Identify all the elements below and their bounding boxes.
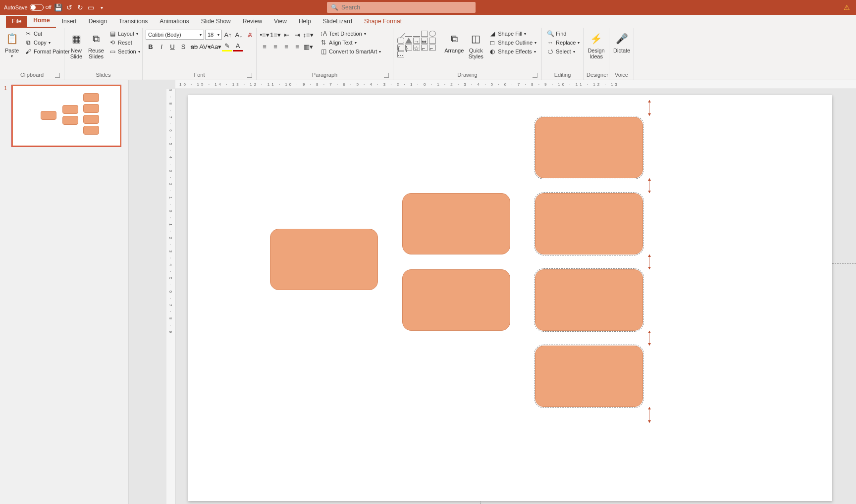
font-name-combo[interactable]: Calibri (Body)▾	[146, 30, 204, 40]
align-right-icon[interactable]: ≡	[281, 42, 291, 51]
shape-oval-icon[interactable]	[429, 31, 436, 37]
text-direction-button[interactable]: ↕AText Direction▾	[318, 30, 383, 38]
shape-brace-icon[interactable]: {	[397, 45, 404, 50]
align-left-icon[interactable]: ≡	[260, 42, 269, 51]
shape-rect-icon[interactable]	[429, 38, 436, 44]
thumbnail-slot[interactable]: 1	[4, 85, 124, 147]
paste-button[interactable]: 📋 Paste ▾	[3, 30, 21, 60]
shape-fill-button[interactable]: ◢Shape Fill▾	[487, 30, 538, 38]
slide-edit-area[interactable]: 16 · 15 · 14 · 13 · 12 · 11 · 10 · 9 · 8…	[129, 80, 856, 504]
convert-smartart-button[interactable]: ◫Convert to SmartArt▾	[318, 48, 383, 55]
tab-slideshow[interactable]: Slide Show	[195, 16, 237, 28]
shape-outline-button[interactable]: ◻Shape Outline▾	[487, 39, 538, 47]
present-from-start-icon[interactable]: ▭	[87, 3, 95, 11]
tab-animations[interactable]: Animations	[154, 16, 195, 28]
slide-thumbnail-panel[interactable]: 1	[0, 80, 129, 504]
warning-icon[interactable]: ⚠	[844, 3, 850, 11]
new-slide-button[interactable]: ▦New Slide	[67, 30, 85, 60]
dialog-launcher-icon[interactable]	[533, 73, 537, 78]
tab-slidelizard[interactable]: SlideLizard	[317, 16, 358, 28]
shape-line-icon[interactable]	[413, 31, 420, 37]
shadow-icon[interactable]: S	[178, 42, 188, 51]
quick-styles-button[interactable]: ◫Quick Styles	[467, 30, 485, 60]
qat-more-icon[interactable]: ▾	[98, 3, 106, 11]
clear-formatting-icon[interactable]: A̷	[245, 30, 255, 40]
dialog-launcher-icon[interactable]	[247, 73, 252, 78]
reset-button[interactable]: ⟲Reset	[107, 39, 142, 47]
design-ideas-button[interactable]: ⚡Design Ideas	[587, 30, 606, 60]
shape-arrow-icon[interactable]: ⇔	[421, 38, 428, 44]
tab-file[interactable]: File	[6, 16, 27, 28]
shape-roundrect-icon[interactable]	[397, 38, 404, 44]
shape-roundrect[interactable]	[402, 269, 510, 331]
increase-indent-icon[interactable]: ⇥	[292, 30, 302, 40]
shape-effects-button[interactable]: ◐Shape Effects▾	[487, 48, 538, 55]
highlight-icon[interactable]: ✎	[222, 42, 232, 51]
tab-transitions[interactable]: Transitions	[113, 16, 154, 28]
font-size-combo[interactable]: 18▾	[205, 30, 222, 40]
slide-canvas[interactable]	[188, 95, 832, 501]
shape-roundrect-selected[interactable]	[535, 269, 643, 331]
dialog-launcher-icon[interactable]	[55, 73, 60, 78]
shape-line-icon[interactable]	[405, 31, 412, 37]
text-direction-icon: ↕A	[320, 30, 327, 37]
select-button[interactable]: ⭯Select▾	[545, 48, 582, 55]
search-input[interactable]	[341, 4, 472, 11]
shape-rect-icon[interactable]	[421, 31, 428, 37]
underline-icon[interactable]: U	[167, 42, 177, 51]
tab-review[interactable]: Review	[237, 16, 268, 28]
search-box[interactable]: 🔍	[327, 2, 476, 13]
undo-icon[interactable]: ↺	[65, 3, 73, 11]
tab-view[interactable]: View	[268, 16, 293, 28]
shape-triangle-icon[interactable]	[405, 38, 412, 44]
replace-button[interactable]: ↔Replace▾	[545, 39, 582, 47]
shape-connector-icon[interactable]: ⌐	[421, 45, 428, 50]
increase-font-icon[interactable]: A↑	[223, 30, 233, 40]
numbering-icon[interactable]: 1≡▾	[270, 30, 280, 40]
reuse-slides-button[interactable]: ⧉Reuse Slides	[87, 30, 105, 60]
bold-icon[interactable]: B	[146, 42, 156, 51]
shapes-gallery[interactable]: → ⇔ { } ☆ ⌐ ⌐ ⋯	[396, 30, 441, 58]
align-center-icon[interactable]: ≡	[270, 42, 280, 51]
shape-roundrect[interactable]	[270, 229, 378, 290]
columns-icon[interactable]: ▥▾	[303, 42, 313, 51]
save-icon[interactable]: 💾	[54, 3, 62, 11]
decrease-indent-icon[interactable]: ⇤	[281, 30, 291, 40]
shape-star-icon[interactable]: ☆	[413, 45, 420, 50]
bullets-icon[interactable]: •≡▾	[260, 30, 269, 40]
shape-more-icon[interactable]: ⋯	[397, 51, 404, 57]
align-text-button[interactable]: ⇅Align Text▾	[318, 39, 383, 47]
shape-brace-icon[interactable]: }	[405, 45, 412, 50]
shape-roundrect-selected[interactable]	[535, 117, 643, 178]
section-button[interactable]: ▭Section▾	[107, 48, 142, 55]
shape-roundrect-selected[interactable]	[535, 346, 643, 407]
group-label-slides: Slides	[96, 72, 111, 78]
layout-button[interactable]: ▤Layout▾	[107, 30, 142, 38]
redo-icon[interactable]: ↻	[76, 3, 84, 11]
strikethrough-icon[interactable]: ab	[189, 42, 199, 51]
dictate-button[interactable]: 🎤Dictate	[612, 30, 631, 54]
tab-design[interactable]: Design	[83, 16, 113, 28]
italic-icon[interactable]: I	[157, 42, 166, 51]
decrease-font-icon[interactable]: A↓	[234, 30, 244, 40]
line-spacing-icon[interactable]: ↕≡▾	[303, 30, 313, 40]
shape-arrow-icon[interactable]: →	[413, 38, 420, 44]
slide-thumbnail[interactable]	[12, 85, 121, 147]
dialog-launcher-icon[interactable]	[384, 73, 389, 78]
font-color-icon[interactable]: A	[233, 42, 243, 51]
shape-connector-icon[interactable]: ⌐	[429, 45, 436, 50]
arrange-button[interactable]: ⧉Arrange	[443, 30, 465, 54]
tab-insert[interactable]: Insert	[56, 16, 83, 28]
justify-icon[interactable]: ≡	[292, 42, 302, 51]
tab-help[interactable]: Help	[293, 16, 317, 28]
shape-outline-icon: ◻	[489, 39, 496, 46]
change-case-icon[interactable]: Aa▾	[211, 42, 221, 51]
shape-roundrect[interactable]	[402, 193, 510, 254]
autosave-toggle[interactable]: AutoSave Off	[4, 4, 52, 11]
char-spacing-icon[interactable]: AV▾	[200, 42, 210, 51]
find-button[interactable]: 🔍Find	[545, 30, 582, 38]
tab-home[interactable]: Home	[27, 15, 55, 28]
shape-line-icon[interactable]	[396, 29, 405, 38]
tab-shape-format[interactable]: Shape Format	[358, 16, 408, 28]
shape-roundrect-selected[interactable]	[535, 193, 643, 254]
